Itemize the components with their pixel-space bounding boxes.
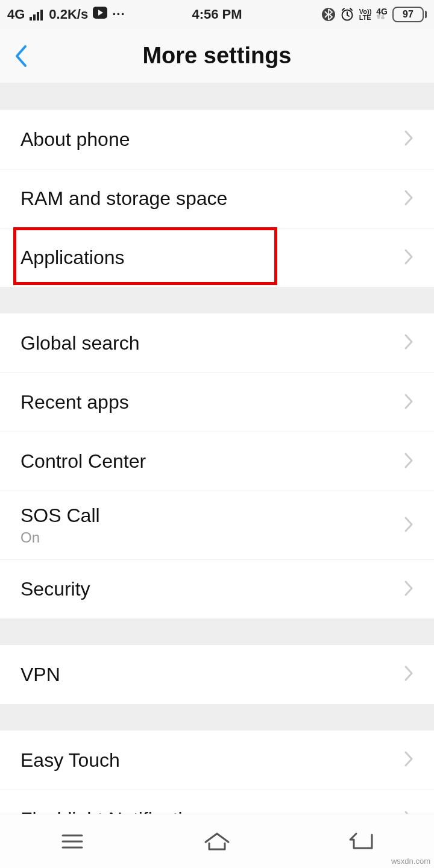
network-label: 4G	[7, 7, 25, 22]
svg-rect-1	[33, 14, 36, 20]
4g-indicator: 4G	[376, 8, 388, 19]
speed-label: 0.2K/s	[49, 7, 88, 22]
row-label: Global search	[20, 332, 404, 354]
row-about-phone[interactable]: About phone	[0, 110, 434, 169]
page-title: More settings	[0, 43, 434, 69]
bluetooth-icon	[322, 7, 335, 22]
row-recent-apps[interactable]: Recent apps	[0, 373, 434, 432]
alarm-icon	[340, 7, 354, 22]
home-button[interactable]	[181, 823, 253, 860]
row-label: VPN	[20, 664, 404, 686]
chevron-right-icon	[404, 665, 414, 684]
row-label: Easy Touch	[20, 749, 404, 772]
more-icon: ···	[112, 7, 125, 22]
row-sublabel: On	[20, 529, 404, 546]
row-easy-touch[interactable]: Easy Touch	[0, 731, 434, 790]
chevron-right-icon	[404, 580, 414, 599]
row-label: Recent apps	[20, 391, 404, 414]
section-vpn: VPN	[0, 645, 434, 704]
section-phone: About phone RAM and storage space Applic…	[0, 110, 434, 287]
svg-rect-2	[37, 12, 39, 20]
volte-icon: Vo))LTE	[359, 8, 372, 20]
row-label: SOS Call	[20, 505, 404, 527]
chevron-right-icon	[404, 333, 414, 353]
signal-icon	[30, 8, 44, 20]
header: More settings	[0, 29, 434, 83]
row-applications[interactable]: Applications	[0, 228, 434, 287]
section-system: Global search Recent apps Control Center…	[0, 313, 434, 618]
row-sos-call[interactable]: SOS Call On	[0, 491, 434, 559]
chevron-right-icon	[404, 452, 414, 471]
svg-rect-3	[40, 10, 43, 20]
battery-icon: 97	[392, 7, 427, 22]
back-button[interactable]	[0, 29, 42, 83]
back-nav-button[interactable]	[326, 823, 398, 860]
svg-rect-0	[30, 17, 32, 20]
chevron-right-icon	[404, 130, 414, 149]
row-vpn[interactable]: VPN	[0, 645, 434, 704]
chevron-right-icon	[404, 516, 414, 535]
row-label: Security	[20, 578, 404, 600]
watermark: wsxdn.com	[391, 857, 430, 866]
chevron-right-icon	[404, 750, 414, 770]
row-security[interactable]: Security	[0, 559, 434, 618]
youtube-icon	[93, 7, 107, 22]
row-control-center[interactable]: Control Center	[0, 432, 434, 491]
chevron-right-icon	[404, 393, 414, 412]
row-ram-storage[interactable]: RAM and storage space	[0, 169, 434, 228]
chevron-right-icon	[404, 248, 414, 268]
navigation-bar	[0, 814, 434, 868]
status-bar: 4G 0.2K/s ··· 4:56 PM Vo))LTE 4G	[0, 0, 434, 29]
recents-button[interactable]	[36, 823, 108, 860]
row-label: Control Center	[20, 450, 404, 473]
row-label: Applications	[20, 247, 404, 269]
row-label: About phone	[20, 128, 404, 151]
row-label: RAM and storage space	[20, 187, 404, 210]
row-global-search[interactable]: Global search	[0, 313, 434, 373]
chevron-right-icon	[404, 189, 414, 209]
